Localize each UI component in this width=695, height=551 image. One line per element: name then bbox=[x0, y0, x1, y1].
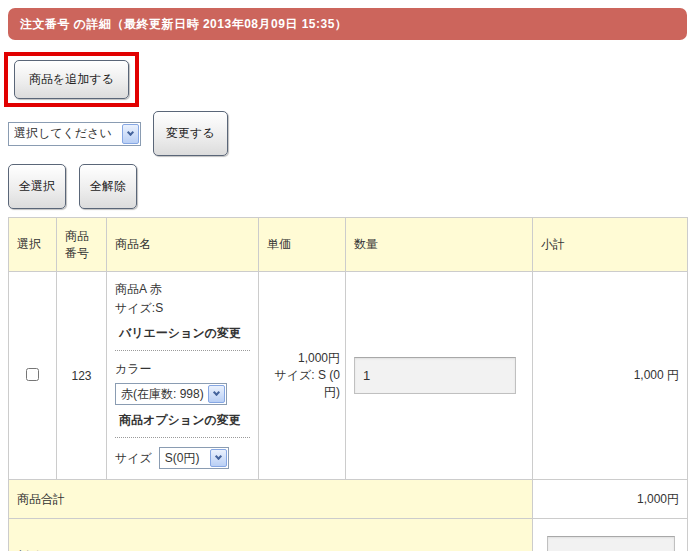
header-select: 選択 bbox=[9, 218, 57, 272]
size-select[interactable]: S(0円) bbox=[159, 447, 229, 469]
row-product-no: 123 bbox=[57, 272, 107, 480]
order-items-table: 選択 商品番号 商品名 単価 数量 小計 123 商品A 赤 サイズ:S バリエ… bbox=[8, 217, 688, 551]
row-checkbox[interactable] bbox=[26, 368, 39, 381]
size-option-row: サイズ S(0円) bbox=[115, 447, 252, 469]
bulk-action-select[interactable]: 選択してください bbox=[8, 122, 141, 146]
discount-row: 割引 bbox=[9, 519, 688, 551]
color-label: カラー bbox=[115, 360, 252, 379]
chevron-down-icon bbox=[122, 124, 139, 144]
header-product-no: 商品番号 bbox=[57, 218, 107, 272]
size-label: サイズ bbox=[115, 450, 152, 467]
product-total-row: 商品合計 1,000円 bbox=[9, 480, 688, 519]
product-name: 商品A 赤 bbox=[115, 280, 252, 299]
table-row: 123 商品A 赤 サイズ:S バリエーションの変更 カラー 赤(在庫数: 99… bbox=[9, 272, 688, 480]
page-title-bar: 注文番号 の詳細（最終更新日時 2013年08月09日 15:35） bbox=[8, 8, 687, 40]
product-size-text: サイズ:S bbox=[115, 299, 252, 318]
row-subtotal: 1,000 円 bbox=[533, 272, 688, 480]
header-subtotal: 小計 bbox=[533, 218, 688, 272]
row-product-name-cell: 商品A 赤 サイズ:S バリエーションの変更 カラー 赤(在庫数: 998) 商… bbox=[107, 272, 259, 480]
unit-price: 1,000円 bbox=[267, 350, 340, 367]
discount-label-cell: 割引 bbox=[9, 519, 533, 551]
row-quantity-cell bbox=[346, 272, 533, 480]
chevron-down-icon bbox=[210, 449, 227, 467]
bulk-action-select-value: 選択してください bbox=[14, 125, 112, 142]
product-total-label: 商品合計 bbox=[9, 480, 533, 519]
color-select-value: 赤(在庫数: 998) bbox=[121, 386, 204, 403]
add-product-button[interactable]: 商品を追加する bbox=[14, 60, 129, 99]
deselect-all-button[interactable]: 全解除 bbox=[79, 164, 137, 209]
chevron-down-icon bbox=[208, 385, 225, 403]
color-select[interactable]: 赤(在庫数: 998) bbox=[115, 383, 227, 405]
header-product-name: 商品名 bbox=[107, 218, 259, 272]
bulk-action-row: 選択してください 変更する bbox=[8, 111, 687, 156]
discount-input-cell bbox=[533, 519, 688, 551]
select-all-button[interactable]: 全選択 bbox=[8, 164, 66, 209]
row-unit-price-cell: 1,000円 サイズ: S (0円) bbox=[259, 272, 346, 480]
header-unit-price: 単価 bbox=[259, 218, 346, 272]
unit-price-option: サイズ: S (0円) bbox=[267, 367, 340, 401]
table-header-row: 選択 商品番号 商品名 単価 数量 小計 bbox=[9, 218, 688, 272]
divider bbox=[115, 350, 250, 351]
divider bbox=[115, 437, 250, 438]
variation-change-label: バリエーションの変更 bbox=[119, 324, 252, 342]
product-total-value: 1,000円 bbox=[533, 480, 688, 519]
page-title: 注文番号 の詳細（最終更新日時 2013年08月09日 15:35） bbox=[20, 16, 347, 33]
row-select-cell bbox=[9, 272, 57, 480]
selection-buttons-row: 全選択 全解除 bbox=[8, 164, 687, 209]
order-detail-page: 注文番号 の詳細（最終更新日時 2013年08月09日 15:35） 商品を追加… bbox=[0, 0, 695, 551]
size-select-value: S(0円) bbox=[165, 450, 200, 467]
option-change-label: 商品オプションの変更 bbox=[119, 411, 252, 429]
header-quantity: 数量 bbox=[346, 218, 533, 272]
quantity-input[interactable] bbox=[354, 357, 516, 394]
add-product-highlight: 商品を追加する bbox=[4, 52, 139, 107]
change-button[interactable]: 変更する bbox=[153, 111, 228, 156]
discount-input[interactable] bbox=[547, 536, 675, 551]
